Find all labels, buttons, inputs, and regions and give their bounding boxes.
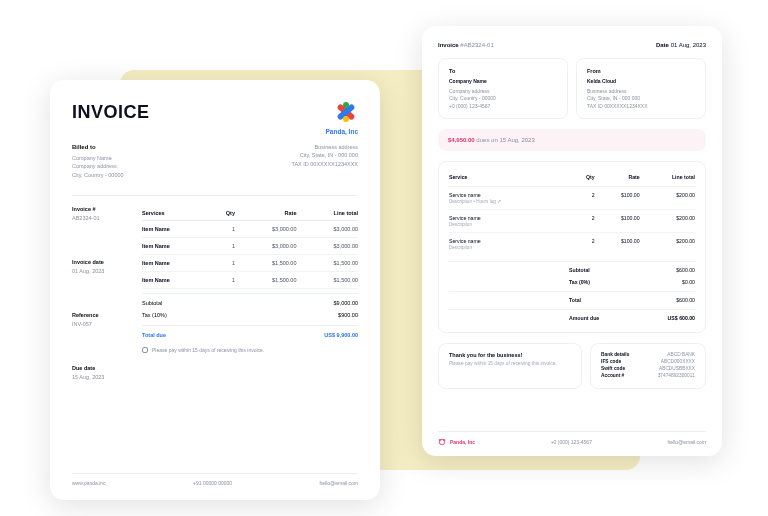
- tax-row: Tax (0%)$0.00: [449, 276, 695, 288]
- meta-reference: Reference INV-057: [72, 312, 128, 327]
- tax-row: Tax (10%) $900.00: [142, 309, 358, 321]
- brand-name: Panda, Inc: [325, 128, 358, 135]
- total-row: Total$600.00: [449, 291, 695, 306]
- invoice-footer: www.panda.inc +91 00000 00000 hello@emai…: [72, 473, 358, 486]
- footer-email: hello@email.com: [668, 439, 706, 445]
- footer-website: www.panda.inc: [72, 480, 106, 486]
- biz-addr2: City, State, IN - 000 000: [291, 151, 358, 159]
- to-address-box: To Company Name Company address City, Co…: [438, 58, 568, 119]
- col-services: Services: [142, 206, 212, 221]
- col-rate: Rate: [595, 170, 640, 187]
- footer-email: hello@email.com: [320, 480, 358, 486]
- thank-you-box: Thank you for the business! Please pay w…: [438, 343, 582, 389]
- dues-banner: $4,950.00 dues on 15 Aug, 2023: [438, 129, 706, 151]
- business-block: Business address City, State, IN - 000 0…: [291, 143, 358, 179]
- table-row: Item Name 1 $1,500.00 $1,500.00: [142, 254, 358, 271]
- subtotal-row: Subtotal$600.00: [449, 261, 695, 276]
- line-items-table: Services Qty Rate Line total Item Name 1…: [142, 206, 358, 289]
- billed-to-label: Billed to: [72, 143, 124, 152]
- biz-addr1: Business address: [291, 143, 358, 151]
- invoice-card-right: Invoice #AB2324-01 Date 01 Aug, 2023 To …: [422, 26, 722, 456]
- billed-addr2: City, Country - 00000: [72, 171, 124, 179]
- table-row: Item Name 1 $3,000.00 $3,000.00: [142, 237, 358, 254]
- invoice-date-block: Date 01 Aug, 2023: [656, 42, 706, 48]
- svg-point-2: [443, 439, 445, 441]
- billed-to-block: Billed to Company Name Company address C…: [72, 143, 124, 179]
- from-address-box: From Kelda Cloud Business address City, …: [576, 58, 706, 119]
- x-logo-icon: [334, 102, 358, 122]
- meta-invoice-number: Invoice # AB2324-01: [72, 206, 128, 221]
- billed-addr1: Company address: [72, 162, 124, 170]
- payment-terms: Please pay within 15 days of receiving t…: [142, 347, 358, 353]
- subtotal-row: Subtotal $9,000.00: [142, 293, 358, 309]
- bank-details-box: Bank detailsABCD BANK IFS codeABCD000XXX…: [590, 343, 706, 389]
- footer-phone: +91 00000 00000: [193, 480, 232, 486]
- svg-point-1: [439, 439, 441, 441]
- footer-phone: +0 (000) 123-4567: [551, 439, 592, 445]
- meta-due-date: Due date 15 Aug, 2023: [72, 365, 128, 380]
- col-service: Service: [449, 170, 574, 187]
- col-total: Line total: [640, 170, 695, 187]
- invoice-title: INVOICE: [72, 102, 150, 123]
- col-qty: Qty: [212, 206, 235, 221]
- table-row: Service nameDescription • Hours log ↗ 2 …: [449, 187, 695, 210]
- invoice-number-block: Invoice #AB2324-01: [438, 42, 494, 48]
- dues-date: dues on 15 Aug, 2023: [475, 137, 535, 143]
- table-row: Item Name 1 $3,000.00 $3,000.00: [142, 220, 358, 237]
- table-row: Service nameDescription 2 $100.00 $200.0…: [449, 210, 695, 233]
- service-table: Service Qty Rate Line total Service name…: [449, 170, 695, 255]
- panda-icon: [438, 438, 446, 446]
- col-rate: Rate: [235, 206, 297, 221]
- amount-due-row: Amount dueUS$ 600.00: [449, 309, 695, 324]
- brand-block: Panda, Inc: [325, 102, 358, 135]
- checkbox-icon: [142, 347, 148, 353]
- dues-amount: $4,950.00: [448, 137, 475, 143]
- invoice-card-left: INVOICE Panda, Inc Billed to Company Nam…: [50, 80, 380, 500]
- invoice-footer: Panda, Inc +0 (000) 123-4567 hello@email…: [438, 431, 706, 446]
- biz-tax: TAX ID 00XXXXX1234XXX: [291, 160, 358, 168]
- billed-company: Company Name: [72, 154, 124, 162]
- col-qty: Qty: [574, 170, 595, 187]
- table-row: Service nameDescription 2 $100.00 $200.0…: [449, 233, 695, 256]
- meta-invoice-date: Invoice date 01 Aug, 2023: [72, 259, 128, 274]
- total-due-row: Total due US$ 9,900.00: [142, 325, 358, 341]
- footer-brand: Panda, Inc: [438, 438, 475, 446]
- divider: [72, 195, 358, 196]
- table-row: Item Name 1 $1,500.00 $1,500.00: [142, 271, 358, 288]
- col-total: Line total: [296, 206, 358, 221]
